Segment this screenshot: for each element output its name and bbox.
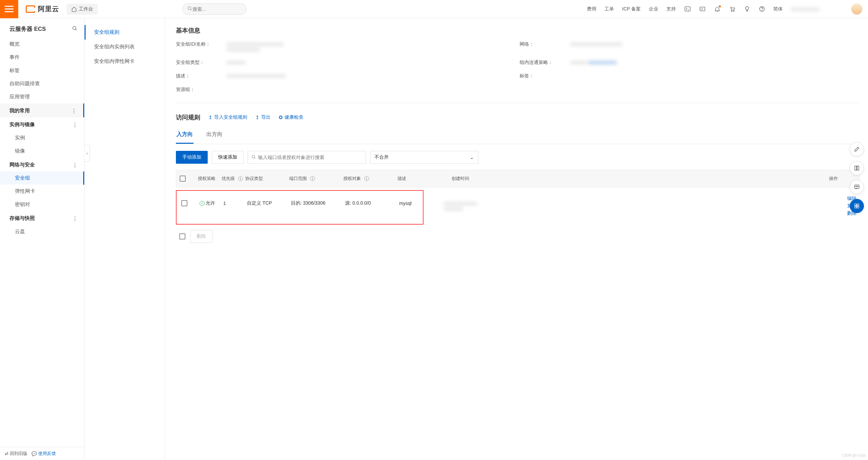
- sub-nav-eni[interactable]: 安全组内弹性网卡: [85, 54, 165, 69]
- sidebar-my-frequent[interactable]: 我的常用 ⋮: [0, 104, 84, 117]
- more-icon[interactable]: ⋮: [72, 162, 77, 168]
- sidebar-search-icon[interactable]: [72, 26, 77, 32]
- account-name[interactable]: xxxxxxxxxxxx: [791, 6, 819, 12]
- svg-line-1: [190, 9, 191, 10]
- sidebar-item-appmgmt[interactable]: 应用管理: [0, 90, 84, 104]
- workbench-label: 工作台: [79, 6, 93, 12]
- health-check-link[interactable]: ✪ 健康检查: [279, 114, 303, 120]
- nav-cost[interactable]: 费用: [587, 6, 596, 12]
- logo[interactable]: 阿里云: [26, 4, 59, 14]
- float-actions: [850, 142, 864, 213]
- nav-icp[interactable]: ICP 备案: [622, 6, 641, 12]
- merge-select[interactable]: 不合并 ⌄: [370, 151, 478, 164]
- sub-nav-rules[interactable]: 安全组规则: [85, 25, 165, 40]
- svg-point-10: [252, 155, 255, 158]
- sidebar-item-security-group[interactable]: 安全组: [0, 171, 84, 185]
- brand-text: 阿里云: [38, 4, 59, 14]
- label-sg-type: 安全组类型：: [176, 60, 223, 66]
- sidebar-item-keypair[interactable]: 密钥对: [0, 198, 84, 211]
- value-sg-type: xxxxxxxx: [227, 60, 516, 66]
- svg-rect-17: [857, 204, 859, 206]
- lang-switch[interactable]: 简体: [773, 6, 783, 12]
- col-time: 创建时间: [452, 176, 829, 182]
- help-icon[interactable]: [758, 6, 765, 13]
- info-icon[interactable]: i: [310, 176, 315, 181]
- chevron-down-icon: ⌄: [470, 155, 474, 160]
- export-rules-link[interactable]: ↥ 导出: [255, 114, 271, 120]
- bulb-icon[interactable]: [744, 6, 750, 13]
- back-old-version[interactable]: ⇄ 回到旧版: [5, 451, 27, 457]
- label-resgroup: 资源组：: [176, 87, 223, 93]
- float-edit-button[interactable]: [850, 142, 864, 156]
- table-header: 授权策略 优先级 i 协议类型 端口范围 i 授权对象 i 描述 创建时间 操作: [176, 170, 860, 187]
- rule-search-input[interactable]: [258, 155, 362, 160]
- col-priority: 优先级 i: [222, 176, 245, 182]
- sidebar-group-instances[interactable]: 实例与镜像 ⋮: [0, 117, 84, 131]
- sidebar-secondary: 安全组规则 安全组内实例列表 安全组内弹性网卡: [85, 18, 165, 460]
- more-icon[interactable]: ⋮: [71, 108, 76, 114]
- cart-icon[interactable]: [729, 6, 735, 13]
- global-search[interactable]: [182, 3, 247, 15]
- watermark: CSDN @小沈白: [842, 453, 866, 458]
- sidebar-item-overview[interactable]: 概览: [0, 38, 84, 51]
- more-icon[interactable]: ⋮: [72, 215, 77, 222]
- rules-title: 访问规则: [176, 113, 200, 121]
- sidebar-item-disk[interactable]: 云盘: [0, 225, 84, 238]
- upload-icon: ↥: [208, 115, 212, 120]
- value-sg-id: xxxxxxxxxxxxxxxxxxxxxxxxxxxxxxxxxxxxxx: [227, 41, 516, 52]
- cloudshell-icon[interactable]: [684, 6, 691, 13]
- nav-ticket[interactable]: 工单: [604, 6, 614, 12]
- manual-add-button[interactable]: 手动添加: [176, 151, 208, 164]
- svg-point-13: [855, 186, 856, 187]
- check-icon: ✓: [200, 201, 205, 206]
- label-tags: 标签：: [520, 73, 567, 79]
- row-checkbox[interactable]: [181, 200, 187, 206]
- svg-rect-16: [855, 204, 856, 206]
- quick-add-button[interactable]: 快速添加: [212, 151, 244, 164]
- import-rules-link[interactable]: ↥ 导入安全组规则: [208, 114, 247, 120]
- sidebar-item-instance[interactable]: 实例: [0, 131, 84, 144]
- footer-select-all[interactable]: [179, 233, 185, 239]
- value-desc: xxxxxxxxxxxxxxxxxxxxxxxxx: [227, 73, 516, 79]
- hamburger-menu[interactable]: [0, 0, 18, 18]
- feedback-link[interactable]: 💬 使用反馈: [31, 451, 56, 457]
- sidebar-collapse-handle[interactable]: ‹: [85, 145, 90, 162]
- logo-icon: [26, 5, 35, 13]
- divider: [176, 103, 860, 103]
- col-protocol: 协议类型: [245, 176, 289, 182]
- cell-time: xxxxxxxxxxxxxxxxxxxxxx: [444, 201, 847, 211]
- bell-icon[interactable]: [714, 6, 721, 13]
- tab-inbound[interactable]: 入方向: [176, 128, 193, 144]
- float-chat-button[interactable]: [850, 180, 864, 194]
- highlighted-rule: ✓ 允许 1 自定义 TCP 目的: 3306/3306 源: 0.0.0.0/…: [176, 190, 424, 225]
- rule-search[interactable]: [248, 151, 366, 164]
- sidebar-item-events[interactable]: 事件: [0, 51, 84, 64]
- sub-nav-instances[interactable]: 安全组内实例列表: [85, 40, 165, 54]
- info-icon[interactable]: i: [238, 176, 243, 181]
- workbench-button[interactable]: 工作台: [67, 4, 98, 15]
- avatar[interactable]: [851, 3, 863, 15]
- sidebar-item-eni[interactable]: 弹性网卡: [0, 185, 84, 198]
- more-icon[interactable]: ⋮: [72, 122, 77, 128]
- svg-point-14: [856, 186, 857, 187]
- sidebar-item-image[interactable]: 镜像: [0, 144, 84, 158]
- svg-rect-19: [857, 206, 859, 208]
- sidebar-group-storage[interactable]: 存储与快照 ⋮: [0, 211, 84, 225]
- search-input[interactable]: [192, 6, 252, 12]
- nav-enterprise[interactable]: 企业: [649, 6, 658, 12]
- sidebar-group-network[interactable]: 网络与安全 ⋮: [0, 158, 84, 171]
- select-all-checkbox[interactable]: [180, 176, 186, 182]
- message-icon[interactable]: [699, 6, 706, 13]
- bulk-delete-button[interactable]: 删除: [190, 230, 212, 243]
- cell-policy: ✓ 允许: [200, 200, 223, 206]
- sidebar-item-selfhelp[interactable]: 自助问题排查: [0, 77, 84, 90]
- float-book-button[interactable]: [850, 161, 864, 175]
- col-desc: 描述: [397, 176, 452, 182]
- sidebar-item-tags[interactable]: 标签: [0, 64, 84, 77]
- nav-support[interactable]: 支持: [666, 6, 676, 12]
- upload-icon: ↥: [255, 115, 259, 120]
- tab-outbound[interactable]: 出方向: [206, 128, 223, 144]
- float-apps-button[interactable]: [850, 199, 864, 213]
- chat-icon: 💬: [31, 451, 37, 456]
- info-icon[interactable]: i: [364, 176, 369, 181]
